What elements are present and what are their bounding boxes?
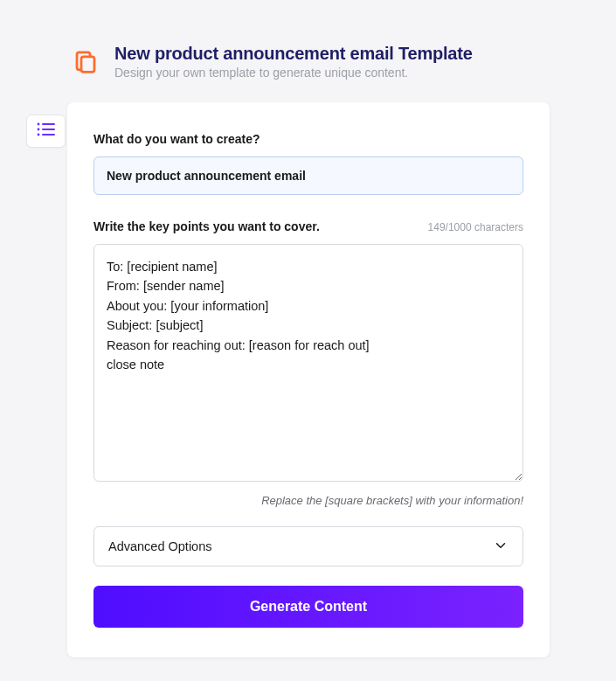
advanced-options-toggle[interactable]: Advanced Options	[93, 526, 523, 566]
keypoints-label: Write the key points you want to cover.	[93, 219, 320, 233]
svg-rect-6	[42, 134, 55, 136]
list-toggle-button[interactable]	[26, 115, 66, 148]
hint-text: Replace the [square brackets] with your …	[93, 494, 523, 507]
template-form-card: What do you want to create? Write the ke…	[67, 102, 550, 657]
document-copy-icon	[73, 49, 99, 79]
list-icon	[37, 122, 56, 140]
page-title: New product announcement email Template	[114, 44, 473, 64]
chevron-down-icon	[493, 538, 509, 556]
page-header: New product announcement email Template …	[0, 0, 616, 80]
char-counter: 149/1000 characters	[428, 221, 523, 233]
svg-point-3	[37, 129, 39, 131]
svg-rect-2	[42, 123, 55, 125]
svg-point-1	[37, 123, 39, 126]
advanced-options-label: Advanced Options	[108, 539, 212, 553]
keypoints-textarea[interactable]	[93, 244, 523, 482]
svg-rect-4	[42, 129, 55, 130]
create-label: What do you want to create?	[93, 132, 523, 146]
page-subtitle: Design your own template to generate uni…	[114, 66, 473, 80]
create-input[interactable]	[93, 156, 523, 195]
svg-point-5	[37, 134, 39, 136]
svg-rect-0	[81, 57, 94, 73]
generate-content-button[interactable]: Generate Content	[93, 586, 523, 628]
